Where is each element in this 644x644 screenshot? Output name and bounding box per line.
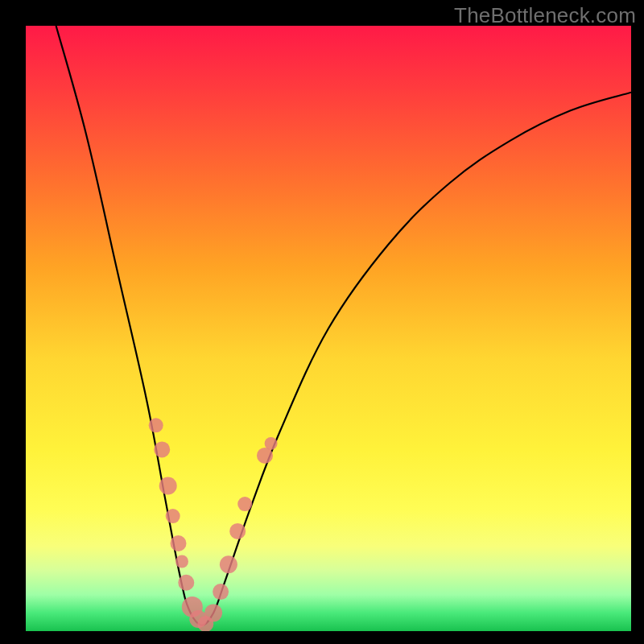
data-marker [204,604,222,621]
data-marker [171,535,187,551]
data-marker [237,497,252,511]
bottleneck-curve-path [56,26,631,625]
chart-svg [26,26,631,631]
data-marker [229,523,246,539]
data-marker [154,441,170,457]
watermark-text: TheBottleneck.com [454,3,636,28]
plot-area [26,26,631,631]
data-marker [178,575,194,591]
data-marker [149,418,163,432]
data-marker [175,555,188,568]
data-marker [220,555,237,573]
data-marker [213,584,229,600]
marker-group [149,418,278,631]
data-marker [257,448,273,464]
data-marker [265,437,278,450]
data-marker [159,477,177,495]
data-marker [166,509,180,523]
chart-frame: TheBottleneck.com [0,0,644,644]
